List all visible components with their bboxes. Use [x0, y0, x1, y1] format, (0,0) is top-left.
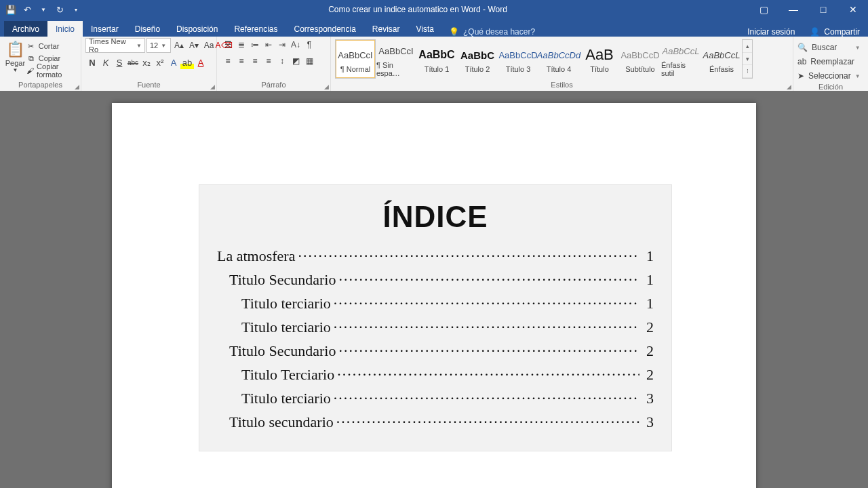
paragraph-dialog-launcher[interactable]: ◢ — [324, 83, 329, 90]
copy-label: Copiar — [39, 54, 60, 62]
shading-button[interactable]: ◩ — [289, 54, 302, 68]
toc-title: ÍNDICE — [217, 200, 654, 234]
style-label: Subtítulo — [625, 65, 654, 73]
justify-button[interactable]: ≡ — [262, 54, 275, 68]
toc-entry-page: 1 — [642, 271, 654, 289]
toc-field[interactable]: ÍNDICE La atmosfera1Titulo Secundario1Ti… — [199, 184, 672, 451]
tab-referencias[interactable]: Referencias — [226, 21, 285, 37]
undo-dropdown-icon[interactable]: ▼ — [38, 4, 49, 15]
styles-gallery[interactable]: AaBbCcI¶ NormalAaBbCcI¶ Sin espa…AaBbCTí… — [335, 38, 742, 79]
toc-entry[interactable]: La atmosfera1 — [217, 247, 654, 265]
tab-vista[interactable]: Vista — [408, 21, 442, 37]
align-right-button[interactable]: ≡ — [248, 54, 262, 68]
toc-entry[interactable]: Titulo Secundario2 — [217, 342, 654, 360]
style-preview: AaB — [580, 45, 619, 65]
superscript-button[interactable]: x² — [153, 56, 167, 69]
cut-label: Cortar — [39, 42, 60, 50]
increase-indent-button[interactable]: ⇥ — [275, 38, 289, 52]
save-icon[interactable]: 💾 — [5, 4, 16, 15]
toc-entry-text: Titulo terciario — [241, 390, 331, 407]
align-center-button[interactable]: ≡ — [235, 54, 248, 68]
share-button[interactable]: 👤 Compartir — [802, 27, 868, 37]
italic-button[interactable]: K — [99, 56, 113, 69]
toc-entry[interactable]: Titulo terciario3 — [217, 390, 654, 407]
style--sin-espa-[interactable]: AaBbCcI¶ Sin espa… — [376, 39, 416, 79]
cursor-icon: ➤ — [797, 71, 804, 81]
grow-font-button[interactable]: A▴ — [172, 39, 186, 52]
style-t-tulo-2[interactable]: AaBbCTítulo 2 — [457, 39, 498, 79]
copy-icon: ⧉ — [26, 54, 36, 63]
tab-revisar[interactable]: Revisar — [364, 21, 408, 37]
clipboard-icon: 📋 — [6, 40, 24, 59]
style-t-tulo-4[interactable]: AaBbCcDdTítulo 4 — [538, 39, 579, 79]
ribbon: 📋 Pegar ▼ ✂Cortar ⧉Copiar 🖌Copiar format… — [0, 37, 868, 92]
style-subt-tulo[interactable]: AaBbCcDSubtítulo — [620, 39, 660, 79]
highlight-button[interactable]: ab — [180, 56, 194, 69]
bold-button[interactable]: N — [85, 56, 99, 69]
toc-entry[interactable]: Titulo terciario1 — [217, 295, 654, 312]
toc-entry-page: 2 — [642, 319, 654, 336]
tab-correspondencia[interactable]: Correspondencia — [285, 21, 363, 37]
change-case-button[interactable]: Aa — [202, 39, 216, 52]
toc-entry[interactable]: Titulo Secundario1 — [217, 271, 654, 289]
styles-dialog-launcher[interactable]: ◢ — [787, 83, 791, 90]
style-label: Énfasis — [709, 65, 734, 73]
undo-icon[interactable]: ↶ — [22, 4, 33, 15]
font-color-button[interactable]: A — [194, 56, 208, 69]
tab-inicio[interactable]: Inicio — [47, 21, 83, 37]
bullets-button[interactable]: ☰ — [221, 38, 235, 52]
font-name-combo[interactable]: Times New Ro▼ — [85, 38, 145, 53]
tab-disposición[interactable]: Disposición — [168, 21, 226, 37]
style--normal[interactable]: AaBbCcI¶ Normal — [335, 39, 376, 79]
ribbon-display-icon[interactable]: ▢ — [749, 0, 778, 19]
show-marks-button[interactable]: ¶ — [302, 38, 316, 52]
toc-entry[interactable]: Titulo Terciario2 — [217, 366, 654, 384]
toc-entry-page: 2 — [642, 342, 654, 360]
strike-button[interactable]: abc — [126, 56, 140, 69]
multilevel-button[interactable]: ≔ — [248, 38, 262, 52]
sort-button[interactable]: A↓ — [289, 38, 302, 52]
tab-file[interactable]: Archivo — [4, 21, 47, 37]
select-button[interactable]: ➤Seleccionar▼ — [797, 70, 861, 82]
text-effects-button[interactable]: A — [167, 56, 180, 69]
toc-entry-page: 3 — [642, 390, 654, 407]
page[interactable]: ÍNDICE La atmosfera1Titulo Secundario1Ti… — [112, 103, 756, 488]
underline-button[interactable]: S — [113, 56, 126, 69]
replace-button[interactable]: abReemplazar — [797, 56, 861, 68]
shrink-font-button[interactable]: A▾ — [187, 39, 201, 52]
maximize-button[interactable]: □ — [808, 0, 838, 19]
align-left-button[interactable]: ≡ — [221, 54, 235, 68]
clipboard-dialog-launcher[interactable]: ◢ — [75, 83, 79, 90]
line-spacing-button[interactable]: ↕ — [275, 54, 289, 68]
qat-customize-icon[interactable]: ▾ — [71, 4, 81, 15]
redo-icon[interactable]: ↻ — [54, 4, 65, 15]
replace-icon: ab — [797, 57, 806, 66]
toc-entry[interactable]: Titulo secundario3 — [217, 413, 654, 431]
numbering-button[interactable]: ≣ — [235, 38, 248, 52]
paste-button[interactable]: 📋 Pegar ▼ — [4, 38, 26, 73]
font-size-combo[interactable]: 12▼ — [146, 38, 171, 53]
subscript-button[interactable]: x₂ — [140, 56, 153, 69]
cut-button[interactable]: ✂Cortar — [26, 41, 77, 52]
styles-more-button[interactable]: ▴▾⁝ — [742, 39, 753, 79]
style--nfasis[interactable]: AaBbCcLÉnfasis — [701, 39, 742, 79]
font-size-value: 12 — [150, 41, 158, 49]
find-button[interactable]: 🔍Buscar▼ — [797, 41, 861, 54]
borders-button[interactable]: ▦ — [302, 54, 316, 68]
document-area[interactable]: ÍNDICE La atmosfera1Titulo Secundario1Ti… — [0, 91, 868, 488]
sign-in-link[interactable]: Iniciar sesión — [741, 27, 802, 37]
format-painter-button[interactable]: 🖌Copiar formato — [26, 65, 77, 76]
tell-me-search[interactable]: 💡 ¿Qué desea hacer? — [442, 27, 542, 37]
tab-diseño[interactable]: Diseño — [127, 21, 168, 37]
style--nfasis-sutil[interactable]: AaBbCcLÉnfasis sutil — [660, 39, 701, 79]
tab-insertar[interactable]: Insertar — [83, 21, 127, 37]
decrease-indent-button[interactable]: ⇤ — [262, 38, 275, 52]
style-t-tulo-1[interactable]: AaBbCTítulo 1 — [416, 39, 457, 79]
style-t-tulo[interactable]: AaBTítulo — [579, 39, 620, 79]
style-t-tulo-3[interactable]: AaBbCcDTítulo 3 — [498, 39, 538, 79]
minimize-button[interactable]: — — [778, 0, 808, 19]
font-dialog-launcher[interactable]: ◢ — [210, 83, 215, 90]
close-button[interactable]: ✕ — [838, 0, 868, 19]
toc-entry[interactable]: Titulo terciario2 — [217, 319, 654, 336]
group-font: Times New Ro▼ 12▼ A▴ A▾ Aa A⌫ N K S abc … — [81, 37, 217, 91]
